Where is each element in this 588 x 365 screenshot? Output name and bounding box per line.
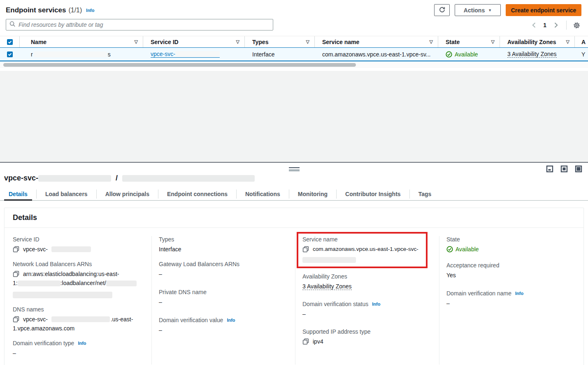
check-circle-icon (446, 51, 452, 58)
split-panel-drag-handle[interactable] (289, 167, 300, 171)
header-info-link[interactable]: Info (86, 8, 94, 13)
tab-tags[interactable]: Tags (410, 188, 440, 200)
column-header-name[interactable]: Name ▽ (20, 36, 143, 47)
filter-icon[interactable]: ▽ (306, 39, 309, 44)
copy-icon[interactable] (13, 246, 19, 253)
redacted-text (51, 316, 110, 322)
refresh-button[interactable] (434, 4, 450, 16)
status-badge: Available (446, 245, 479, 254)
redacted-text (51, 246, 91, 252)
field-supported-ip: Supported IP address type ipv4 (302, 328, 432, 346)
service-name-highlight-box: Service name com.amazonaws.vpce.us-east-… (297, 232, 428, 268)
panel-position-full-icon[interactable] (575, 165, 582, 173)
field-acceptance-required: Acceptance required Yes (446, 262, 577, 280)
tab-contributor-insights[interactable]: Contributor Insights (337, 188, 409, 200)
field-types: Types Interface (159, 236, 288, 254)
info-link[interactable]: Info (78, 341, 86, 346)
field-availability-zones: Availability Zones 3 Availability Zones (302, 273, 432, 291)
tab-details[interactable]: Details (0, 188, 36, 200)
tab-endpoint-connections[interactable]: Endpoint connections (158, 188, 236, 200)
field-glb-arns: Gateway Load Balancers ARNs – (159, 261, 288, 278)
status-badge: Available (446, 51, 478, 58)
column-header-service-id[interactable]: Service ID ▽ (143, 36, 245, 47)
field-state: State Available (446, 236, 577, 255)
tab-monitoring[interactable]: Monitoring (289, 188, 336, 200)
tab-notifications[interactable]: Notifications (237, 188, 289, 200)
copy-icon[interactable] (302, 246, 309, 253)
horizontal-scrollbar[interactable] (0, 62, 588, 68)
next-page-button[interactable] (551, 20, 561, 30)
field-domain-verification-value: Domain verification value Info – (159, 317, 288, 335)
details-card-heading: Details (5, 208, 583, 228)
cell-availability-zones: 3 Availability Zones (500, 48, 575, 61)
service-id-link[interactable]: vpce-svc- (151, 51, 220, 58)
page-title: Endpoint services (6, 6, 66, 14)
table-row[interactable]: r s vpce-svc- Interface com.amazonaws.vp… (0, 47, 588, 61)
endpoint-services-list-section: Endpoint services (1/1) Info Actions ▼ C… (0, 0, 588, 71)
actions-button-label: Actions (464, 7, 485, 14)
filter-icon[interactable]: ▽ (135, 39, 138, 44)
scrollbar-thumb[interactable] (3, 63, 356, 67)
filter-icon[interactable]: ▽ (566, 39, 569, 44)
redacted-text (175, 51, 220, 57)
field-domain-verification-status: Domain verification status Info – (302, 301, 432, 318)
select-all-checkbox[interactable] (7, 39, 13, 45)
check-circle-icon (446, 246, 453, 253)
info-link[interactable]: Info (372, 302, 380, 307)
info-link[interactable]: Info (227, 318, 235, 323)
table-header-row: Name ▽ Service ID ▽ Types ▽ Service name… (0, 36, 588, 47)
column-header-availability-zones[interactable]: Availability Zones ▽ (500, 36, 575, 47)
filter-icon[interactable]: ▽ (430, 39, 433, 44)
filter-icon[interactable]: ▽ (236, 39, 239, 44)
cell-state: Available (438, 48, 500, 61)
split-panel: vpce-svc- / Details Load balancers Allow… (0, 162, 588, 365)
preferences-gear-icon[interactable] (572, 20, 581, 30)
availability-zones-popover-link[interactable]: 3 Availability Zones (507, 51, 557, 58)
search-icon (9, 21, 16, 28)
row-checkbox[interactable] (7, 51, 13, 57)
field-nlb-arns: Network Load Balancers ARNs arn:aws:elas… (13, 261, 145, 299)
pagination-divider (566, 21, 567, 30)
panel-position-split-icon[interactable] (560, 165, 568, 173)
tab-allow-principals[interactable]: Allow principals (97, 188, 158, 200)
page-background (0, 71, 588, 162)
panel-position-bottom-icon[interactable] (546, 165, 553, 173)
column-header-state[interactable]: State ▽ (438, 36, 500, 47)
cell-service-name: com.amazonaws.vpce.us-east-1.vpce-sv... (315, 48, 438, 61)
caret-down-icon: ▼ (488, 8, 492, 12)
field-private-dns-name: Private DNS name – (159, 289, 288, 307)
filter-icon[interactable]: ▽ (491, 39, 495, 44)
create-endpoint-service-button[interactable]: Create endpoint service (506, 4, 581, 16)
endpoint-services-table: Name ▽ Service ID ▽ Types ▽ Service name… (0, 36, 588, 61)
cell-partial: Y (575, 48, 588, 61)
availability-zones-popover-link[interactable]: 3 Availability Zones (302, 283, 352, 290)
redacted-text (38, 175, 111, 182)
resource-count: (1/1) (68, 7, 82, 14)
copy-icon[interactable] (302, 338, 309, 345)
copy-icon[interactable] (13, 316, 19, 323)
split-panel-tabs: Details Load balancers Allow principals … (0, 188, 588, 201)
tab-load-balancers[interactable]: Load balancers (37, 188, 96, 200)
redacted-text (302, 257, 356, 263)
redacted-text (34, 51, 107, 57)
field-domain-verification-type: Domain verification type Info – (13, 340, 145, 358)
field-domain-verification-name: Domain verification name Info – (446, 290, 577, 308)
column-header-types[interactable]: Types ▽ (245, 36, 315, 47)
copy-icon[interactable] (13, 271, 19, 277)
search-input[interactable] (19, 21, 270, 28)
current-page-number[interactable]: 1 (541, 22, 549, 28)
refresh-icon (439, 6, 446, 14)
cell-service-id: vpce-svc- (143, 48, 245, 61)
search-box[interactable] (6, 19, 273, 30)
actions-button[interactable]: Actions ▼ (455, 4, 501, 16)
field-dns-names: DNS names vpce-svc-.us-east- 1.vpce.amaz… (13, 306, 145, 333)
redacted-text (13, 292, 112, 298)
cell-name: r s (20, 48, 143, 61)
split-panel-title: vpce-svc- / (4, 174, 588, 182)
info-link[interactable]: Info (515, 291, 523, 296)
redacted-text (106, 281, 137, 286)
previous-page-button[interactable] (528, 20, 539, 30)
column-header-service-name[interactable]: Service name ▽ (315, 36, 438, 47)
cell-types: Interface (245, 48, 315, 61)
column-header-partial[interactable]: A (575, 36, 588, 47)
